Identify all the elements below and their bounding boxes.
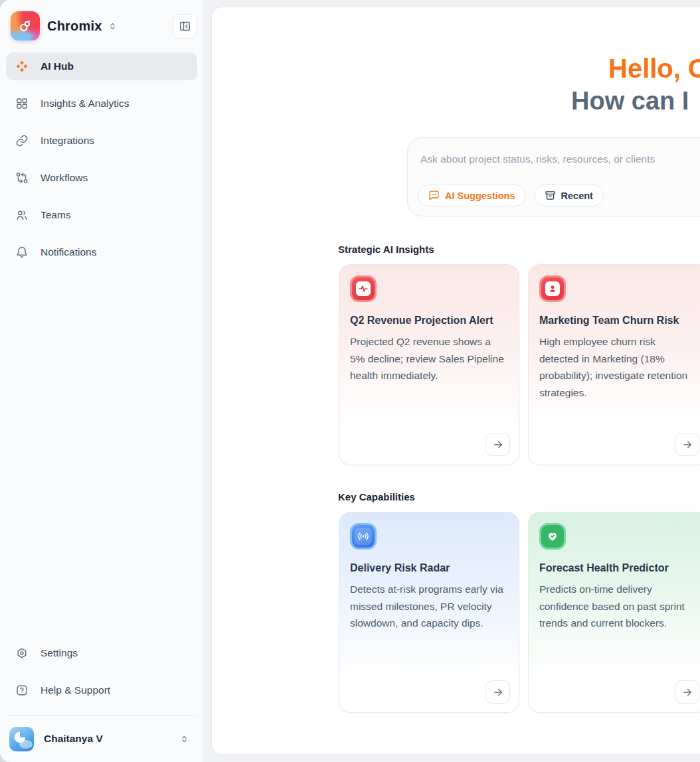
- sidebar-item-workflows[interactable]: Workflows: [6, 164, 197, 192]
- card-description: Projected Q2 revenue shows a 5% decline;…: [350, 333, 508, 384]
- recent-label: Recent: [561, 190, 593, 201]
- card-title: Marketing Team Churn Risk: [539, 312, 697, 329]
- app-window: Chromix: [0, 0, 700, 762]
- chevrons-up-down-icon: [108, 21, 118, 31]
- ai-suggestions-label: AI Suggestions: [445, 190, 515, 201]
- recent-button[interactable]: Recent: [534, 185, 604, 206]
- link-icon: [15, 134, 29, 147]
- user-badge-icon: [539, 275, 566, 302]
- sidebar-item-label: Workflows: [41, 172, 88, 184]
- sidebar-item-insights-analytics[interactable]: Insights & Analytics: [6, 90, 197, 117]
- sidebar-item-integrations[interactable]: Integrations: [6, 127, 197, 155]
- arrow-right-icon: [492, 439, 504, 451]
- card-description: Predicts on-time delivery confidence bas…: [539, 581, 697, 632]
- sidebar-item-teams[interactable]: Teams: [6, 201, 197, 229]
- capability-card-delivery-risk-radar[interactable]: Delivery Risk Radar Detects at-risk prog…: [339, 512, 519, 713]
- card-arrow-button[interactable]: [675, 680, 699, 704]
- activity-pulse-icon: [350, 275, 377, 302]
- sidebar-item-label: Teams: [41, 209, 71, 221]
- chat-bubble-dots-icon: [428, 190, 440, 201]
- insight-card-q2-revenue[interactable]: Q2 Revenue Projection Alert Projected Q2…: [339, 264, 519, 465]
- avatar-abstract-icon: [9, 727, 34, 751]
- sidebar-item-help-support[interactable]: Help & Support: [6, 676, 197, 704]
- ai-suggestions-button[interactable]: AI Suggestions: [418, 185, 526, 206]
- arrow-right-icon: [681, 686, 693, 698]
- radar-broadcast-icon: [350, 523, 377, 550]
- sidebar-divider: [7, 715, 196, 716]
- bell-icon: [15, 246, 29, 259]
- main-panel: Hello, C How can I AI Suggestions: [211, 7, 700, 755]
- sidebar-item-label: Help & Support: [41, 684, 110, 696]
- settings-hex-icon: [15, 647, 29, 660]
- chromix-logo-icon: [11, 11, 40, 40]
- greeting-line-2: How can I: [571, 88, 689, 115]
- heart-check-icon: [539, 523, 566, 550]
- grid-icon: [15, 97, 29, 110]
- ai-search-input[interactable]: [419, 147, 700, 171]
- user-menu[interactable]: Chaitanya V: [6, 722, 197, 755]
- workspace-switcher[interactable]: Chromix: [6, 11, 197, 40]
- workflow-arrows-icon: [15, 171, 29, 185]
- card-arrow-button[interactable]: [485, 433, 510, 456]
- sidebar-footer: Settings Help & Support: [6, 639, 197, 762]
- sidebar-item-settings[interactable]: Settings: [6, 639, 197, 667]
- ai-search-panel: AI Suggestions Recent: [407, 137, 700, 216]
- arrow-right-icon: [681, 439, 693, 451]
- capability-card-forecast-health[interactable]: Forecast Health Predictor Predicts on-ti…: [528, 512, 700, 713]
- workspace-title: Chromix: [47, 19, 102, 34]
- card-arrow-button[interactable]: [485, 680, 510, 704]
- insight-card-marketing-churn[interactable]: Marketing Team Churn Risk High employee …: [528, 264, 700, 465]
- card-title: Delivery Risk Radar: [350, 560, 508, 576]
- sidebar-item-ai-hub[interactable]: AI Hub: [6, 52, 197, 80]
- archive-icon: [545, 190, 556, 201]
- sparkles-icon: [15, 60, 29, 73]
- search-quick-actions: AI Suggestions Recent: [418, 185, 604, 206]
- sidebar: Chromix: [0, 0, 203, 762]
- insights-section-title: Strategic AI Insights: [338, 244, 434, 255]
- collapse-sidebar-button[interactable]: [173, 14, 197, 38]
- arrow-right-icon: [492, 686, 504, 698]
- sidebar-item-label: Integrations: [41, 135, 94, 147]
- card-title: Q2 Revenue Projection Alert: [350, 312, 508, 329]
- sidebar-item-label: Notifications: [41, 246, 96, 258]
- panel-left-collapse-icon: [179, 20, 191, 33]
- sidebar-item-label: AI Hub: [41, 60, 74, 72]
- sidebar-item-label: Settings: [41, 647, 78, 659]
- card-arrow-button[interactable]: [675, 433, 699, 456]
- users-icon: [15, 208, 29, 222]
- capabilities-section-title: Key Capabilities: [338, 491, 415, 502]
- sidebar-nav: AI Hub Insights & Analytics: [6, 52, 197, 266]
- sidebar-item-label: Insights & Analytics: [41, 98, 130, 110]
- card-description: Detects at-risk programs early via misse…: [350, 581, 508, 632]
- sidebar-item-notifications[interactable]: Notifications: [6, 238, 197, 266]
- card-title: Forecast Health Predictor: [539, 560, 697, 576]
- chevrons-up-down-icon: [179, 734, 189, 744]
- greeting-line-1: Hello, C: [608, 54, 700, 83]
- card-description: High employee churn risk detected in Mar…: [539, 333, 697, 401]
- user-name: Chaitanya V: [44, 733, 103, 745]
- help-square-icon: [15, 684, 29, 697]
